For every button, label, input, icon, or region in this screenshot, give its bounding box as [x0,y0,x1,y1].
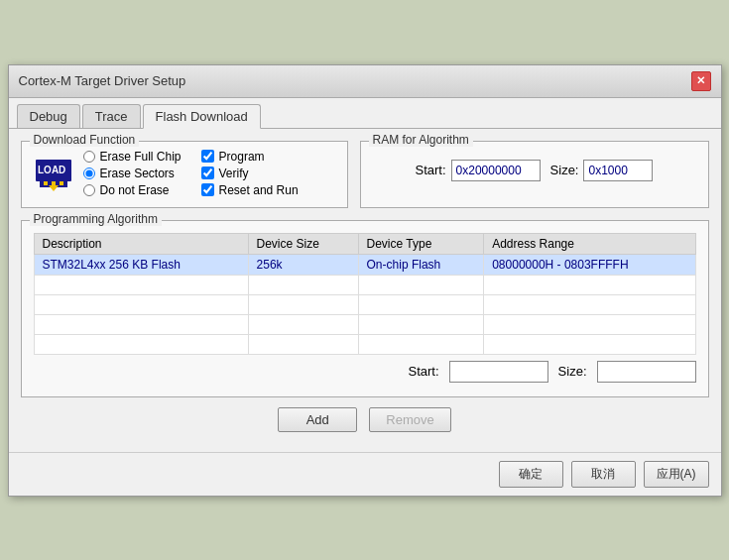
add-button[interactable]: Add [278,407,357,432]
table-empty-row-3 [34,314,695,334]
svg-rect-5 [52,181,56,185]
table-empty-row-1 [34,275,695,294]
svg-rect-6 [56,181,60,185]
do-not-erase-label: Do not Erase [100,183,170,197]
ram-content: Start: Size: [373,150,696,181]
download-function-inner: LOAD [34,150,335,197]
checkbox-verify-row: Verify [201,167,299,180]
algo-size-label: Size: [558,364,587,379]
col-description: Description [34,233,248,254]
col-address-range: Address Range [484,233,695,254]
ram-algorithm-group: RAM for Algorithm Start: Size: [360,141,709,208]
cell-address-range: 08000000H - 0803FFFFH [484,254,695,275]
tab-flash-download[interactable]: Flash Download [143,104,261,129]
svg-rect-3 [44,181,48,185]
algo-start-label: Start: [409,364,439,379]
cell-description: STM32L4xx 256 KB Flash [34,254,248,275]
footer: 确定 取消 应用(A) [9,452,721,496]
checkbox-program-row: Program [201,150,299,164]
programming-algorithm-group: Programming Algorithm Description Device… [21,220,709,397]
ram-size-label: Size: [550,163,579,177]
title-bar: Cortex-M Target Driver Setup ✕ [9,65,721,98]
svg-marker-8 [49,185,59,191]
col-device-type: Device Type [358,233,484,254]
tab-debug[interactable]: Debug [17,104,80,128]
algo-bottom-fields: Start: Size: [34,355,696,387]
load-icon: LOAD [34,154,73,193]
ram-size-field: Size: [550,160,654,181]
svg-rect-4 [48,181,52,185]
tab-bar: Debug Trace Flash Download [9,98,721,129]
program-checkbox[interactable] [201,150,214,163]
main-window: Cortex-M Target Driver Setup ✕ Debug Tra… [8,64,722,497]
algorithm-table: Description Device Size Device Type Addr… [34,233,696,355]
cell-device-type: On-chip Flash [358,254,484,275]
erase-full-chip-label: Erase Full Chip [100,150,182,164]
add-remove-buttons: Add Remove [21,407,709,432]
reset-and-run-label: Reset and Run [219,183,299,197]
radio-erase-sectors: Erase Sectors [83,167,182,180]
cancel-button[interactable]: 取消 [571,461,636,488]
ok-button[interactable]: 确定 [499,461,563,488]
download-function-group: Download Function LOAD [21,141,348,208]
erase-sectors-label: Erase Sectors [100,167,175,180]
ram-size-input[interactable] [583,160,653,181]
apply-button[interactable]: 应用(A) [644,461,709,488]
checkbox-options: Program Verify Reset and Run [201,150,299,197]
content-area: Download Function LOAD [9,129,721,452]
do-not-erase-radio[interactable] [83,184,95,196]
erase-sectors-radio[interactable] [83,168,95,179]
algo-start-input[interactable] [449,361,548,383]
svg-text:LOAD: LOAD [38,165,65,175]
ram-start-input[interactable] [451,160,541,181]
radio-do-not-erase: Do not Erase [83,183,182,197]
ram-start-field: Start: [416,160,541,181]
verify-label: Verify [219,167,249,180]
verify-checkbox[interactable] [201,167,214,179]
close-button[interactable]: ✕ [691,71,711,91]
ram-algorithm-title: RAM for Algorithm [369,133,473,147]
program-label: Program [219,150,265,164]
table-empty-row-4 [34,334,695,354]
remove-button[interactable]: Remove [369,407,450,432]
reset-and-run-checkbox[interactable] [201,183,214,196]
table-row[interactable]: STM32L4xx 256 KB Flash 256k On-chip Flas… [34,254,695,275]
top-section: Download Function LOAD [21,141,709,208]
radio-erase-full-chip: Erase Full Chip [83,150,182,164]
algo-size-input[interactable] [597,361,696,383]
programming-algorithm-title: Programming Algorithm [30,212,162,226]
col-device-size: Device Size [248,233,358,254]
tab-trace[interactable]: Trace [82,104,141,128]
download-function-title: Download Function [30,133,140,147]
ram-start-label: Start: [416,163,446,177]
checkbox-reset-run-row: Reset and Run [201,183,299,197]
window-title: Cortex-M Target Driver Setup [19,73,186,88]
table-header-row: Description Device Size Device Type Addr… [34,233,695,254]
erase-full-chip-radio[interactable] [83,151,95,163]
table-empty-row-2 [34,294,695,314]
cell-device-size: 256k [248,254,358,275]
svg-rect-7 [60,181,63,185]
radio-options: Erase Full Chip Erase Sectors Do not Era… [83,150,182,197]
